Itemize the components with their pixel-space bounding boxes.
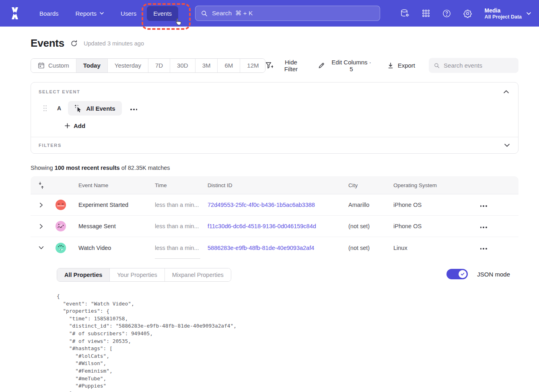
swap-sort-icon[interactable] (38, 182, 44, 189)
mixpanel-logo[interactable] (7, 7, 23, 19)
project-switcher[interactable]: Media All Project Data (485, 7, 531, 20)
json-line: "#hashtags": [ (57, 345, 518, 353)
date-option-yesterday[interactable]: Yesterday (108, 59, 148, 72)
cell-os: iPhone OS (393, 202, 477, 208)
select-event-label: SELECT EVENT (39, 89, 80, 94)
chevron-right-icon (39, 224, 43, 229)
cell-time: less than a min... (155, 223, 208, 229)
filters-section-toggle[interactable]: FILTERS (31, 137, 518, 153)
apps-grid-icon[interactable] (422, 9, 430, 18)
row-options-button[interactable] (477, 242, 518, 253)
nav-item-boards[interactable]: Boards (33, 6, 65, 21)
search-icon (434, 62, 440, 69)
json-line: "#Puppies" (57, 382, 518, 390)
global-search-input[interactable] (212, 10, 374, 17)
date-option-30d[interactable]: 30D (170, 59, 195, 72)
cell-distinct-id-link[interactable]: 72d49553-25fc-4f0c-b436-1b5ac6ab3388 (208, 202, 348, 208)
cell-distinct-id-link[interactable]: f11c30d6-dc6d-4518-9136-0d046159c84d (208, 223, 348, 229)
event-json-viewer: { "event": "Watch Video", "properties": … (57, 293, 518, 392)
refresh-button[interactable] (70, 40, 78, 47)
col-header-event-name[interactable]: Event Name (78, 182, 155, 188)
json-line: "# of views": 20535, (57, 338, 518, 345)
hide-filter-button[interactable]: Hide Filter (265, 59, 305, 72)
search-events-field[interactable] (429, 58, 518, 73)
help-icon[interactable] (442, 9, 451, 18)
col-header-distinct-id[interactable]: Distinct ID (208, 182, 348, 188)
plus-icon (65, 123, 70, 128)
date-option-today[interactable]: Today (76, 59, 108, 72)
date-option-7d[interactable]: 7D (148, 59, 170, 72)
json-line: "#meTube", (57, 375, 518, 383)
settings-gear-icon[interactable] (463, 9, 472, 18)
col-header-time[interactable]: Time (155, 182, 208, 188)
properties-tabs: All Properties Your Properties Mixpanel … (57, 268, 231, 282)
pencil-icon (318, 62, 325, 69)
time-cell-divider (155, 258, 200, 259)
last-updated-text: Updated 3 minutes ago (84, 40, 144, 47)
data-management-icon[interactable] (400, 8, 410, 18)
add-event-button[interactable]: Add (65, 122, 85, 129)
cell-distinct-id-link[interactable]: 5886283e-e9fb-48fb-81de-40e9093a2af4 (208, 245, 348, 251)
cell-city: (not set) (348, 245, 393, 251)
project-subtitle: All Project Data (485, 14, 522, 20)
cell-event-name: Watch Video (78, 245, 155, 251)
row-options-button[interactable] (477, 221, 518, 232)
col-header-os[interactable]: Operating System (393, 182, 477, 188)
filters-label: FILTERS (39, 143, 62, 148)
table-row[interactable]: Message Sent less than a min... f11c30d6… (31, 216, 518, 237)
cell-event-name: Experiment Started (78, 202, 155, 208)
ellipsis-icon (130, 105, 138, 111)
tab-mixpanel-properties[interactable]: Mixpanel Properties (165, 268, 231, 281)
event-options-button[interactable] (128, 103, 140, 114)
chevron-down-icon (39, 246, 44, 250)
tab-your-properties[interactable]: Your Properties (110, 268, 165, 281)
events-page: Events Updated 3 minutes ago Custom Toda… (0, 37, 539, 392)
cell-os: Linux (393, 245, 477, 251)
cell-city: Amarillo (348, 202, 393, 208)
table-row[interactable]: Watch Video less than a min... 5886283e-… (31, 237, 518, 258)
date-option-6m[interactable]: 6M (218, 59, 240, 72)
row-detail-panel: All Properties Your Properties Mixpanel … (31, 258, 518, 392)
chevron-down-icon (504, 144, 510, 147)
calendar-icon (38, 62, 45, 69)
magic-cursor-icon (74, 105, 82, 112)
date-option-12m[interactable]: 12M (240, 59, 265, 72)
global-search[interactable] (195, 6, 380, 21)
chevron-up-icon (504, 90, 509, 93)
date-option-custom[interactable]: Custom (31, 59, 76, 72)
download-icon (387, 62, 394, 69)
drag-handle[interactable] (43, 105, 47, 111)
table-row[interactable]: Experiment Started less than a min... 72… (31, 194, 518, 216)
row-options-button[interactable] (477, 200, 518, 210)
expand-row-button[interactable] (38, 201, 45, 209)
collapse-row-button[interactable] (37, 244, 45, 251)
date-option-3m[interactable]: 3M (195, 59, 218, 72)
search-events-input[interactable] (444, 62, 513, 69)
export-button[interactable]: Export (387, 62, 415, 69)
mixpanel-logo-icon (8, 7, 22, 19)
json-mode-toggle[interactable] (446, 269, 468, 279)
col-header-city[interactable]: City (348, 182, 393, 188)
json-line: "time": 1585810758, (57, 315, 518, 323)
chevron-right-icon (39, 202, 43, 208)
tab-all-properties[interactable]: All Properties (57, 268, 110, 281)
cursor-pointer-icon (173, 17, 183, 29)
event-avatar (56, 200, 66, 210)
ellipsis-icon (479, 223, 488, 229)
cell-event-name: Message Sent (78, 223, 155, 229)
nav-item-users[interactable]: Users (114, 6, 143, 21)
nav-item-reports[interactable]: Reports (69, 6, 111, 21)
event-selector-button[interactable]: All Events (68, 101, 122, 116)
edit-columns-button[interactable]: Edit Columns · 5 (318, 59, 373, 72)
chevron-down-icon (100, 12, 104, 14)
nav-events-wrapper: Events (147, 6, 178, 21)
chevron-down-icon (527, 12, 531, 15)
table-header-row: Event Name Time Distinct ID City Operati… (31, 176, 518, 194)
query-builder-panel: SELECT EVENT A All Events (31, 82, 518, 154)
event-avatar (56, 243, 66, 253)
expand-row-button[interactable] (38, 222, 45, 231)
json-mode-label: JSON mode (477, 271, 510, 278)
json-line: "#Feminism", (57, 367, 518, 375)
collapse-select-event-button[interactable] (503, 89, 510, 94)
check-icon (460, 272, 465, 276)
